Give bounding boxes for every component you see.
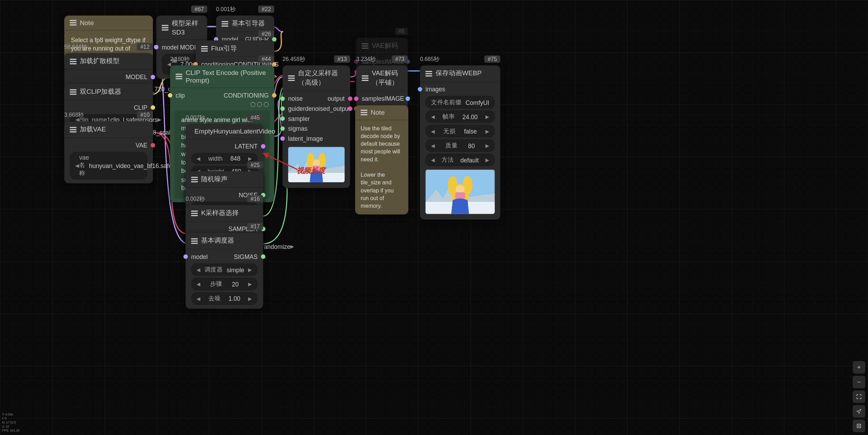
node-title: K采样器选择	[201, 208, 258, 218]
output-preview	[425, 170, 495, 214]
node-title: 基本调度器	[201, 236, 258, 245]
note-body: Use the tiled decode node by default bec…	[355, 120, 408, 214]
io-clip-conditioning[interactable]: clipCONDITIONING	[170, 90, 274, 100]
fit-view-button[interactable]	[853, 390, 865, 403]
node-header[interactable]: 模型采样SD3	[156, 16, 207, 40]
node-basic-scheduler[interactable]: #17 基本调度器 modelSIGMAS ◀调度器simple▶ ◀步骤20▶…	[186, 233, 263, 309]
node-id-badge: #26	[258, 30, 274, 38]
output-clip[interactable]: CLIP	[64, 102, 153, 113]
annotation-arrow	[261, 151, 300, 174]
widget-lossless[interactable]: ◀无损false▶	[425, 125, 495, 138]
widget-quality[interactable]: ◀质量80▶	[425, 139, 495, 152]
node-title: 基本引导器	[232, 19, 269, 28]
drag-icon	[362, 43, 368, 48]
drag-icon	[176, 74, 182, 79]
widget-denoise[interactable]: ◀去噪1.00▶	[191, 292, 258, 305]
widget-steps[interactable]: ◀步骤20▶	[191, 278, 258, 291]
note-tiled-decode[interactable]: Note Use the tiled decode node by defaul…	[355, 105, 408, 214]
node-title: 自定义采样器（高级）	[298, 69, 345, 87]
io-noise-output[interactable]: noiseoutput	[283, 94, 350, 104]
node-title: CLIP Text Encode (Positive Prompt)	[186, 69, 269, 84]
drag-icon	[201, 46, 208, 51]
node-header[interactable]: 基本引导器	[216, 16, 274, 32]
widget-filename-prefix[interactable]: 文件名前缀ComfyUI	[425, 96, 495, 109]
node-header[interactable]: CLIP Text Encode (Positive Prompt)	[170, 66, 274, 88]
input-sampler[interactable]: sampler	[283, 114, 350, 124]
exec-time: 0.685秒	[420, 55, 439, 63]
node-title: Note	[371, 109, 403, 116]
drag-icon	[362, 75, 368, 81]
node-title: EmptyHunyuanLatentVideo	[194, 128, 275, 135]
exec-time: 3.234秒	[356, 55, 376, 63]
svg-point-19	[858, 425, 860, 427]
svg-line-16	[266, 155, 298, 170]
node-title: 加载扩散模型	[80, 56, 147, 66]
node-header[interactable]: K采样器选择	[186, 205, 263, 222]
stats-overlay: T: 0.00s I: 0 N: 17 [17] V: 37 FPS: 161.…	[2, 413, 20, 433]
node-title: Note	[80, 19, 147, 26]
node-load-vae[interactable]: 3.668秒 #10 加载VAE VAE ◀vae名称hunyuan_video…	[64, 121, 153, 183]
focus-button[interactable]	[853, 420, 865, 432]
node-header[interactable]: Note	[355, 105, 408, 120]
exec-time: 0.002秒	[186, 195, 205, 203]
node-header[interactable]: 双CLIP加载器	[64, 84, 153, 100]
widget-fps[interactable]: ◀帧率24.00▶	[425, 110, 495, 123]
svg-point-12	[448, 176, 458, 195]
node-id-badge: #67	[191, 6, 207, 13]
node-id-badge: #73	[392, 55, 408, 63]
pin-icon	[257, 102, 262, 107]
node-title: Flux引导	[211, 44, 269, 53]
collapse-icon	[251, 102, 255, 107]
io-guider-denoised[interactable]: guiderdenoised_output	[283, 104, 350, 114]
node-header[interactable]: 保存动画WEBP	[420, 66, 500, 82]
node-id-badge: #17	[247, 223, 263, 230]
drag-icon	[70, 127, 76, 132]
node-id-badge: #45	[247, 114, 263, 122]
output-vae[interactable]: VAE	[64, 140, 153, 150]
node-header[interactable]: 加载VAE	[64, 121, 153, 138]
widget-scheduler[interactable]: ◀调度器simple▶	[191, 263, 258, 276]
exec-time: 26.458秒	[283, 55, 305, 63]
node-id-badge: #44	[258, 55, 274, 63]
drag-icon	[191, 176, 198, 182]
widget-vae-name[interactable]: ◀vae名称hunyuan_video_vae_bf16.safetensors…	[70, 152, 147, 180]
node-id-badge: #10	[137, 112, 153, 119]
input-latent-image[interactable]: latent_image	[283, 133, 350, 144]
input-images[interactable]: images	[420, 84, 500, 94]
node-header[interactable]: VAE解码（平铺）	[356, 66, 408, 92]
annotation-label: 视频长度	[297, 166, 325, 176]
exec-time: 2.180秒	[170, 55, 190, 63]
locate-button[interactable]	[853, 405, 865, 418]
node-header[interactable]: 基本调度器	[186, 233, 263, 250]
zoom-out-button[interactable]: −	[853, 376, 865, 388]
exec-time: 0.007秒	[186, 114, 205, 122]
output-latent[interactable]: LATENT	[186, 141, 263, 151]
node-header[interactable]: VAE解码	[356, 38, 408, 54]
more-icon	[264, 102, 269, 107]
node-save-animated-webp[interactable]: 0.685秒 #75 保存动画WEBP images 文件名前缀ComfyUI …	[420, 66, 500, 220]
node-header[interactable]: 自定义采样器（高级）	[283, 66, 350, 92]
node-header[interactable]: Flux引导	[195, 40, 274, 57]
output-model[interactable]: MODEL	[64, 72, 153, 82]
io-samples-image[interactable]: samplesIMAGE	[356, 94, 408, 104]
node-title: 模型采样SD3	[172, 19, 202, 36]
node-header[interactable]: EmptyHunyuanLatentVideo	[186, 124, 263, 139]
drag-icon	[288, 75, 295, 81]
drag-icon	[191, 238, 198, 244]
node-header[interactable]: 加载扩散模型	[64, 53, 153, 70]
drag-icon	[70, 89, 76, 94]
node-title: 保存动画WEBP	[436, 69, 495, 78]
node-id-badge: #16	[247, 195, 263, 203]
widget-method[interactable]: ◀方法default▶	[425, 153, 495, 166]
node-header[interactable]: 随机噪声	[186, 171, 263, 188]
io-model-sigmas[interactable]: modelSIGMAS	[186, 252, 263, 262]
node-id-badge: #22	[258, 6, 274, 13]
node-title: VAE解码（平铺）	[372, 69, 402, 87]
svg-point-13	[463, 176, 473, 195]
node-header[interactable]: Note	[64, 16, 153, 31]
exec-time: 58.644秒	[64, 43, 87, 51]
zoom-in-button[interactable]: +	[853, 361, 865, 374]
node-title: 随机噪声	[201, 175, 258, 184]
drag-icon	[162, 25, 168, 30]
input-sigmas[interactable]: sigmas	[283, 124, 350, 134]
